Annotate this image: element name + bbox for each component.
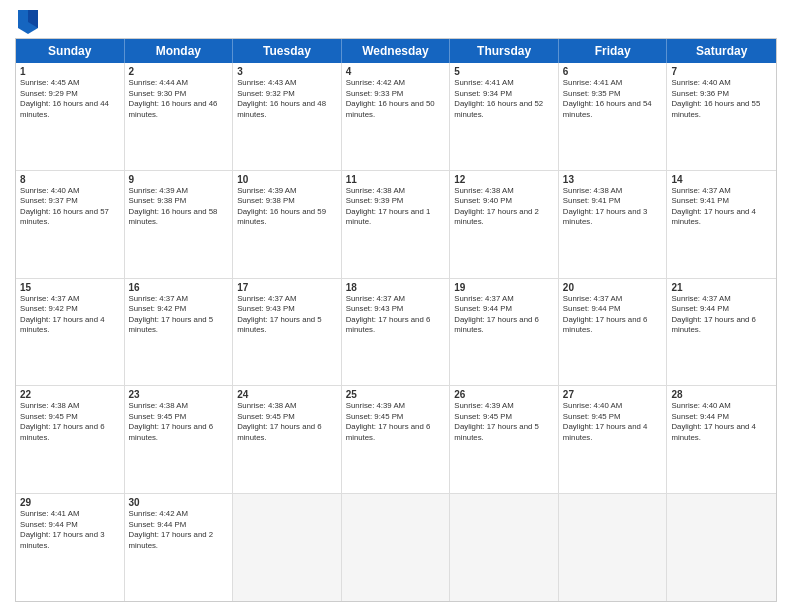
day-details: Sunrise: 4:41 AMSunset: 9:35 PMDaylight:… [563, 78, 663, 120]
day-details: Sunrise: 4:38 AMSunset: 9:45 PMDaylight:… [129, 401, 229, 443]
day-cell-23: 23Sunrise: 4:38 AMSunset: 9:45 PMDayligh… [125, 386, 234, 493]
calendar-row-4: 29Sunrise: 4:41 AMSunset: 9:44 PMDayligh… [16, 494, 776, 601]
calendar-row-0: 1Sunrise: 4:45 AMSunset: 9:29 PMDaylight… [16, 63, 776, 171]
day-number: 16 [129, 282, 229, 293]
day-cell-8: 8Sunrise: 4:40 AMSunset: 9:37 PMDaylight… [16, 171, 125, 278]
day-number: 4 [346, 66, 446, 77]
day-number: 2 [129, 66, 229, 77]
day-cell-1: 1Sunrise: 4:45 AMSunset: 9:29 PMDaylight… [16, 63, 125, 170]
day-details: Sunrise: 4:38 AMSunset: 9:41 PMDaylight:… [563, 186, 663, 228]
day-details: Sunrise: 4:40 AMSunset: 9:45 PMDaylight:… [563, 401, 663, 443]
day-details: Sunrise: 4:42 AMSunset: 9:33 PMDaylight:… [346, 78, 446, 120]
day-cell-25: 25Sunrise: 4:39 AMSunset: 9:45 PMDayligh… [342, 386, 451, 493]
day-details: Sunrise: 4:38 AMSunset: 9:40 PMDaylight:… [454, 186, 554, 228]
day-number: 27 [563, 389, 663, 400]
calendar: SundayMondayTuesdayWednesdayThursdayFrid… [15, 38, 777, 602]
calendar-row-1: 8Sunrise: 4:40 AMSunset: 9:37 PMDaylight… [16, 171, 776, 279]
day-number: 25 [346, 389, 446, 400]
day-number: 28 [671, 389, 772, 400]
day-number: 30 [129, 497, 229, 508]
day-number: 21 [671, 282, 772, 293]
day-number: 17 [237, 282, 337, 293]
day-details: Sunrise: 4:37 AMSunset: 9:43 PMDaylight:… [237, 294, 337, 336]
day-details: Sunrise: 4:40 AMSunset: 9:36 PMDaylight:… [671, 78, 772, 120]
day-cell-14: 14Sunrise: 4:37 AMSunset: 9:41 PMDayligh… [667, 171, 776, 278]
day-cell-24: 24Sunrise: 4:38 AMSunset: 9:45 PMDayligh… [233, 386, 342, 493]
day-cell-27: 27Sunrise: 4:40 AMSunset: 9:45 PMDayligh… [559, 386, 668, 493]
day-cell-19: 19Sunrise: 4:37 AMSunset: 9:44 PMDayligh… [450, 279, 559, 386]
day-cell-12: 12Sunrise: 4:38 AMSunset: 9:40 PMDayligh… [450, 171, 559, 278]
day-details: Sunrise: 4:44 AMSunset: 9:30 PMDaylight:… [129, 78, 229, 120]
day-details: Sunrise: 4:41 AMSunset: 9:44 PMDaylight:… [20, 509, 120, 551]
day-cell-16: 16Sunrise: 4:37 AMSunset: 9:42 PMDayligh… [125, 279, 234, 386]
calendar-row-3: 22Sunrise: 4:38 AMSunset: 9:45 PMDayligh… [16, 386, 776, 494]
day-cell-15: 15Sunrise: 4:37 AMSunset: 9:42 PMDayligh… [16, 279, 125, 386]
day-details: Sunrise: 4:38 AMSunset: 9:45 PMDaylight:… [237, 401, 337, 443]
day-details: Sunrise: 4:37 AMSunset: 9:44 PMDaylight:… [563, 294, 663, 336]
day-cell-3: 3Sunrise: 4:43 AMSunset: 9:32 PMDaylight… [233, 63, 342, 170]
day-details: Sunrise: 4:38 AMSunset: 9:39 PMDaylight:… [346, 186, 446, 228]
day-cell-28: 28Sunrise: 4:40 AMSunset: 9:44 PMDayligh… [667, 386, 776, 493]
day-number: 7 [671, 66, 772, 77]
day-cell-11: 11Sunrise: 4:38 AMSunset: 9:39 PMDayligh… [342, 171, 451, 278]
day-details: Sunrise: 4:41 AMSunset: 9:34 PMDaylight:… [454, 78, 554, 120]
day-number: 12 [454, 174, 554, 185]
day-cell-7: 7Sunrise: 4:40 AMSunset: 9:36 PMDaylight… [667, 63, 776, 170]
day-cell-2: 2Sunrise: 4:44 AMSunset: 9:30 PMDaylight… [125, 63, 234, 170]
day-cell-6: 6Sunrise: 4:41 AMSunset: 9:35 PMDaylight… [559, 63, 668, 170]
empty-cell [559, 494, 668, 601]
header-cell-saturday: Saturday [667, 39, 776, 63]
day-number: 6 [563, 66, 663, 77]
header-cell-sunday: Sunday [16, 39, 125, 63]
empty-cell [667, 494, 776, 601]
day-number: 22 [20, 389, 120, 400]
day-number: 1 [20, 66, 120, 77]
page: SundayMondayTuesdayWednesdayThursdayFrid… [0, 0, 792, 612]
day-cell-9: 9Sunrise: 4:39 AMSunset: 9:38 PMDaylight… [125, 171, 234, 278]
day-number: 8 [20, 174, 120, 185]
day-number: 26 [454, 389, 554, 400]
day-details: Sunrise: 4:42 AMSunset: 9:44 PMDaylight:… [129, 509, 229, 551]
header [15, 10, 777, 32]
day-details: Sunrise: 4:37 AMSunset: 9:44 PMDaylight:… [671, 294, 772, 336]
day-number: 15 [20, 282, 120, 293]
day-details: Sunrise: 4:37 AMSunset: 9:41 PMDaylight:… [671, 186, 772, 228]
day-number: 29 [20, 497, 120, 508]
day-cell-22: 22Sunrise: 4:38 AMSunset: 9:45 PMDayligh… [16, 386, 125, 493]
day-cell-26: 26Sunrise: 4:39 AMSunset: 9:45 PMDayligh… [450, 386, 559, 493]
day-cell-17: 17Sunrise: 4:37 AMSunset: 9:43 PMDayligh… [233, 279, 342, 386]
day-cell-5: 5Sunrise: 4:41 AMSunset: 9:34 PMDaylight… [450, 63, 559, 170]
day-details: Sunrise: 4:40 AMSunset: 9:37 PMDaylight:… [20, 186, 120, 228]
day-number: 14 [671, 174, 772, 185]
day-details: Sunrise: 4:38 AMSunset: 9:45 PMDaylight:… [20, 401, 120, 443]
calendar-header-row: SundayMondayTuesdayWednesdayThursdayFrid… [16, 39, 776, 63]
day-number: 23 [129, 389, 229, 400]
day-cell-13: 13Sunrise: 4:38 AMSunset: 9:41 PMDayligh… [559, 171, 668, 278]
header-cell-monday: Monday [125, 39, 234, 63]
logo [15, 10, 36, 32]
day-details: Sunrise: 4:37 AMSunset: 9:44 PMDaylight:… [454, 294, 554, 336]
empty-cell [233, 494, 342, 601]
header-cell-friday: Friday [559, 39, 668, 63]
day-number: 11 [346, 174, 446, 185]
day-details: Sunrise: 4:37 AMSunset: 9:42 PMDaylight:… [20, 294, 120, 336]
day-cell-30: 30Sunrise: 4:42 AMSunset: 9:44 PMDayligh… [125, 494, 234, 601]
day-number: 5 [454, 66, 554, 77]
day-cell-18: 18Sunrise: 4:37 AMSunset: 9:43 PMDayligh… [342, 279, 451, 386]
day-cell-20: 20Sunrise: 4:37 AMSunset: 9:44 PMDayligh… [559, 279, 668, 386]
day-details: Sunrise: 4:40 AMSunset: 9:44 PMDaylight:… [671, 401, 772, 443]
day-details: Sunrise: 4:39 AMSunset: 9:38 PMDaylight:… [237, 186, 337, 228]
logo-icon [18, 10, 36, 32]
day-number: 19 [454, 282, 554, 293]
day-details: Sunrise: 4:39 AMSunset: 9:45 PMDaylight:… [454, 401, 554, 443]
day-number: 20 [563, 282, 663, 293]
header-cell-tuesday: Tuesday [233, 39, 342, 63]
day-details: Sunrise: 4:37 AMSunset: 9:42 PMDaylight:… [129, 294, 229, 336]
day-number: 3 [237, 66, 337, 77]
day-number: 10 [237, 174, 337, 185]
empty-cell [450, 494, 559, 601]
day-details: Sunrise: 4:45 AMSunset: 9:29 PMDaylight:… [20, 78, 120, 120]
day-number: 9 [129, 174, 229, 185]
day-number: 18 [346, 282, 446, 293]
day-cell-29: 29Sunrise: 4:41 AMSunset: 9:44 PMDayligh… [16, 494, 125, 601]
